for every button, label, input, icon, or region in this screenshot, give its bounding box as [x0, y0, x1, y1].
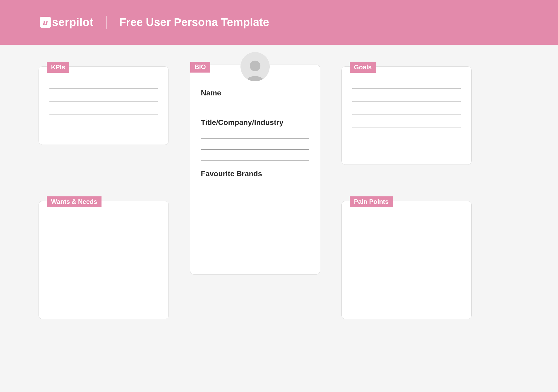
input-line[interactable] — [352, 102, 461, 102]
input-line[interactable] — [201, 109, 309, 109]
avatar-placeholder-icon[interactable] — [240, 52, 270, 81]
input-line[interactable] — [49, 275, 158, 275]
kpis-card[interactable]: KPIs — [39, 66, 169, 145]
page-title: Free User Persona Template — [119, 16, 269, 29]
input-line[interactable] — [49, 262, 158, 262]
person-silhouette-icon — [243, 57, 267, 81]
header-divider — [106, 16, 107, 29]
bio-card[interactable]: BIO Name Title/Company/Industry Favourit… — [190, 65, 320, 275]
bio-brands-label: Favourite Brands — [201, 170, 309, 178]
goals-card[interactable]: Goals — [341, 66, 472, 165]
input-line[interactable] — [352, 249, 461, 249]
input-line[interactable] — [201, 149, 309, 150]
input-line[interactable] — [49, 115, 158, 115]
input-line[interactable] — [49, 249, 158, 249]
wants-card[interactable]: Wants & Needs — [39, 201, 169, 319]
header-bar: u serpilot Free User Persona Template — [0, 0, 558, 45]
input-line[interactable] — [201, 160, 309, 161]
input-line[interactable] — [201, 138, 309, 139]
svg-point-0 — [250, 61, 260, 71]
wants-tag: Wants & Needs — [47, 196, 102, 207]
input-line[interactable] — [352, 236, 461, 236]
pain-points-tag: Pain Points — [350, 196, 393, 207]
bio-name-label: Name — [201, 89, 309, 97]
input-line[interactable] — [352, 115, 461, 115]
logo-mark-icon: u — [40, 17, 51, 28]
input-line[interactable] — [201, 190, 309, 190]
pain-points-card[interactable]: Pain Points — [341, 201, 472, 319]
input-line[interactable] — [49, 88, 158, 89]
input-line[interactable] — [352, 262, 461, 262]
input-line[interactable] — [352, 275, 461, 275]
kpis-tag: KPIs — [47, 62, 69, 73]
input-line[interactable] — [352, 223, 461, 223]
input-line[interactable] — [49, 236, 158, 236]
input-line[interactable] — [49, 223, 158, 223]
logo-text: serpilot — [52, 16, 94, 29]
bio-title-label: Title/Company/Industry — [201, 118, 309, 127]
template-canvas: KPIs Wants & Needs BIO Name Title/Compan… — [0, 45, 558, 392]
input-line[interactable] — [352, 88, 461, 89]
input-line[interactable] — [201, 201, 309, 201]
input-line[interactable] — [49, 102, 158, 102]
bio-tag: BIO — [190, 62, 210, 73]
input-line[interactable] — [352, 128, 461, 128]
logo: u serpilot — [40, 16, 94, 29]
goals-tag: Goals — [350, 62, 376, 73]
